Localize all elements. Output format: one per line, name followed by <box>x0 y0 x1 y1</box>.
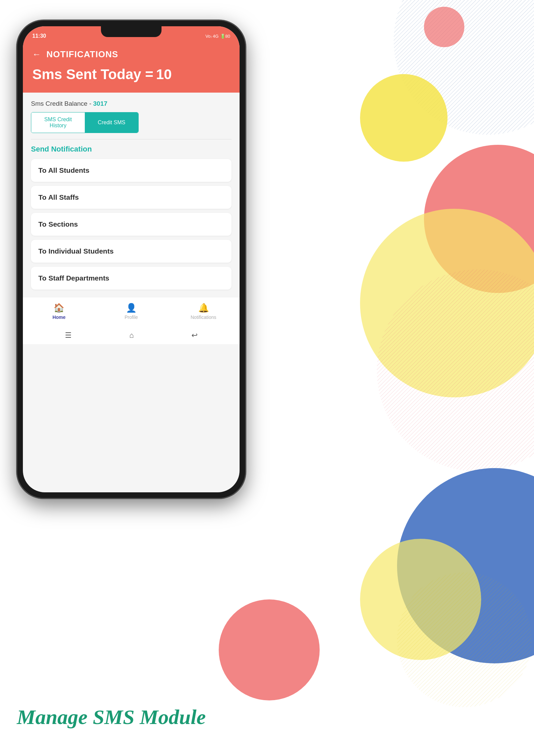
sms-sent-today: Sms Sent Today = 10 <box>32 66 230 83</box>
main-content: Sms Credit Balance - 3017 SMS Credit His… <box>23 93 240 297</box>
notification-item-label: To Staff Departments <box>38 274 109 282</box>
profile-label: Profile <box>124 315 138 320</box>
notification-item-label: To Sections <box>38 220 78 228</box>
svg-point-11 <box>424 145 534 293</box>
svg-point-9 <box>394 0 534 135</box>
send-notification-title: Send Notification <box>31 145 232 154</box>
home-label: Home <box>52 315 66 320</box>
home-icon: 🏠 <box>54 303 64 313</box>
profile-icon: 👤 <box>126 303 137 313</box>
notification-list: To All Students To All Staffs To Section… <box>31 159 232 290</box>
notification-item-label: To Individual Students <box>38 247 114 255</box>
svg-point-18 <box>424 7 464 47</box>
notification-item-sections[interactable]: To Sections <box>31 213 232 236</box>
battery-icon: 🔋80 <box>220 34 230 39</box>
svg-point-10 <box>360 74 448 162</box>
svg-point-8 <box>394 0 534 135</box>
footer-text: Manage SMS Module <box>17 705 206 728</box>
notification-item-label: To All Staffs <box>38 193 79 201</box>
status-icons: Vo₎ 4G 🔋80 <box>205 34 230 39</box>
credit-section: Sms Credit Balance - 3017 SMS Credit His… <box>31 100 232 133</box>
back-button[interactable]: ← <box>32 49 41 60</box>
page-footer: Manage SMS Module <box>17 705 206 729</box>
svg-point-15 <box>360 539 481 660</box>
page-title: NOTIFICATIONS <box>46 49 118 60</box>
svg-point-4 <box>437 162 534 310</box>
app-header: ← NOTIFICATIONS Sms Sent Today = 10 <box>23 43 240 93</box>
nav-notifications[interactable]: 🔔 Notifications <box>190 303 217 320</box>
svg-point-6 <box>397 458 534 653</box>
system-nav-bar: ☰ ⌂ ↩ <box>23 327 240 344</box>
home-system-icon[interactable]: ⌂ <box>129 331 134 340</box>
divider <box>31 139 232 139</box>
notifications-label: Notifications <box>191 315 216 320</box>
phone-notch <box>101 26 162 37</box>
sms-credit-history-button[interactable]: SMS Credit History <box>31 112 85 133</box>
svg-point-7 <box>370 522 505 657</box>
menu-icon[interactable]: ☰ <box>65 331 72 340</box>
svg-point-14 <box>397 468 534 663</box>
header-nav: ← NOTIFICATIONS <box>32 49 230 60</box>
svg-point-3 <box>394 0 534 135</box>
notification-item-individual-students[interactable]: To Individual Students <box>31 240 232 263</box>
credit-balance-label: Sms Credit Balance - 3017 <box>31 100 232 107</box>
notification-item-all-students[interactable]: To All Students <box>31 159 232 182</box>
phone-frame: 11:30 Vo₎ 4G 🔋80 ← NOTIFICATIONS Sms Sen… <box>17 20 246 498</box>
status-time: 11:30 <box>32 33 46 39</box>
nav-profile[interactable]: 👤 Profile <box>118 303 145 320</box>
send-notification-section: Send Notification To All Students To All… <box>31 145 232 290</box>
svg-point-13 <box>377 269 534 471</box>
svg-point-16 <box>397 572 532 707</box>
notifications-icon: 🔔 <box>198 303 209 313</box>
signal-icon: Vo₎ 4G <box>205 34 218 39</box>
svg-point-17 <box>219 599 320 700</box>
notification-item-staff-departments[interactable]: To Staff Departments <box>31 267 232 290</box>
credit-sms-button[interactable]: Credit SMS <box>85 112 138 133</box>
credit-balance-value: 3017 <box>93 100 107 107</box>
nav-home[interactable]: 🏠 Home <box>45 303 72 320</box>
notification-item-all-staffs[interactable]: To All Staffs <box>31 186 232 209</box>
bottom-nav: 🏠 Home 👤 Profile 🔔 Notifications <box>23 297 240 327</box>
svg-point-5 <box>377 256 534 458</box>
notification-item-label: To All Students <box>38 166 90 174</box>
credit-buttons-group: SMS Credit History Credit SMS <box>31 112 139 133</box>
back-system-icon[interactable]: ↩ <box>191 331 198 340</box>
svg-point-12 <box>360 209 534 397</box>
